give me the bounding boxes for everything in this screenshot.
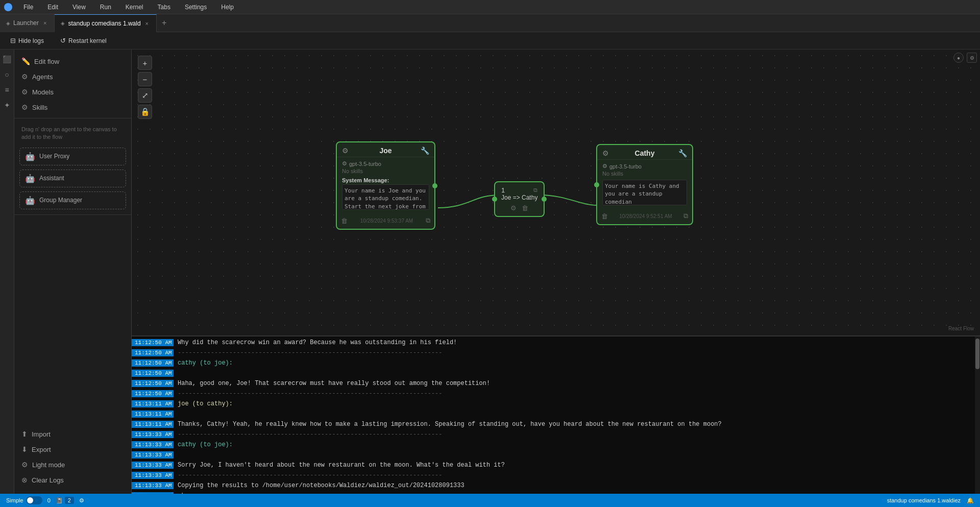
joe-node-body: ⚙ gpt-3.5-turbo No skills System Message… bbox=[337, 157, 434, 214]
canvas-settings-btn[interactable]: ⚙ bbox=[967, 53, 977, 63]
cathy-node-title: Cathy bbox=[635, 149, 655, 157]
drag-hint: Drag n' drop an agent to the canvas to a… bbox=[14, 122, 131, 146]
import-label: Import bbox=[32, 430, 51, 438]
log-line: 11:13:33 AM Sorry Joe, I haven't heard a… bbox=[132, 461, 975, 471]
sidebar-icon-2[interactable]: ○ bbox=[2, 69, 13, 80]
log-line: 11:12:50 AM bbox=[132, 369, 975, 379]
log-line: 11:12:50 AM cathy (to joe): bbox=[132, 359, 975, 369]
export-nav[interactable]: ⬇ Export bbox=[14, 442, 131, 457]
restart-kernel-button[interactable]: ↺ Restart kernel bbox=[56, 35, 111, 46]
edit-flow-nav[interactable]: ✏️ Edit flow bbox=[14, 54, 131, 69]
status-badge: 2 bbox=[65, 497, 74, 504]
log-time: 11:12:50 AM bbox=[132, 349, 174, 356]
edge-node-header: 1 ⧉ bbox=[501, 186, 537, 194]
joe-delete-icon[interactable]: 🗑 bbox=[341, 217, 348, 225]
log-time: 11:13:11 AM bbox=[132, 411, 174, 418]
edge-controls: ⚙ 🗑 bbox=[501, 204, 537, 212]
user-proxy-card[interactable]: 🤖 User Proxy bbox=[19, 148, 126, 165]
top-right-controls: ● ⚙ bbox=[950, 50, 980, 66]
menu-edit[interactable]: Edit bbox=[44, 3, 61, 12]
fit-view-button[interactable]: ⤢ bbox=[138, 88, 152, 103]
log-time: 11:13:33 AM bbox=[132, 482, 174, 489]
zoom-in-button[interactable]: + bbox=[138, 56, 152, 70]
joe-model-label: gpt-3.5-turbo bbox=[349, 161, 381, 167]
models-nav[interactable]: ⚙ Models bbox=[14, 84, 131, 100]
skills-nav[interactable]: ⚙ Skills bbox=[14, 100, 131, 115]
restart-icon: ↺ bbox=[60, 37, 66, 44]
cathy-sys-msg-text[interactable] bbox=[602, 180, 687, 205]
log-time: 11:12:50 AM bbox=[132, 390, 174, 397]
edge-settings-icon[interactable]: ⚙ bbox=[510, 204, 517, 212]
tab-launcher-close[interactable]: × bbox=[42, 19, 48, 27]
log-time: 11:13:33 AM bbox=[132, 431, 174, 438]
settings-icon[interactable]: ⚙ bbox=[79, 497, 84, 504]
zoom-out-button[interactable]: − bbox=[138, 72, 152, 86]
menu-view[interactable]: View bbox=[69, 3, 89, 12]
status-bar: Simple 0 📓 2 ⚙ standup comedians 1.waldi… bbox=[0, 494, 980, 507]
log-text: ok bbox=[178, 492, 185, 494]
joe-copy-icon[interactable]: ⧉ bbox=[426, 216, 430, 225]
left-panel: ✏️ Edit flow ⚙ Agents ⚙ Models ⚙ Skills … bbox=[14, 50, 132, 494]
log-text: ----------------------------------------… bbox=[178, 430, 442, 439]
assistant-label: Assistant bbox=[39, 175, 64, 182]
log-text: ----------------------------------------… bbox=[178, 349, 442, 357]
assistant-card[interactable]: 🤖 Assistant bbox=[19, 170, 126, 187]
skills-icon: ⚙ bbox=[21, 103, 28, 111]
edge-number: 1 bbox=[501, 186, 505, 194]
menu-settings[interactable]: Settings bbox=[182, 3, 210, 12]
cathy-node: ⚙ Cathy 🔧 ⚙ gpt-3.5-turbo No skills 🗑 bbox=[596, 144, 693, 225]
menu-run[interactable]: Run bbox=[97, 3, 114, 12]
menu-file[interactable]: File bbox=[20, 3, 36, 12]
log-time: 11:13:11 AM bbox=[132, 421, 174, 428]
joe-skills: No skills bbox=[342, 168, 429, 174]
log-line: 11:13:33 AM Copying the results to /home… bbox=[132, 481, 975, 492]
agents-nav[interactable]: ⚙ Agents bbox=[14, 69, 131, 84]
light-mode-icon: ⚙ bbox=[21, 461, 28, 469]
edge-delete-icon[interactable]: 🗑 bbox=[522, 204, 528, 212]
log-time: 11:13:33 AM bbox=[132, 462, 174, 469]
divider-1 bbox=[14, 118, 131, 118]
log-line: 11:12:50 AM Why did the scarecrow win an… bbox=[132, 339, 975, 349]
sidebar-icon-4[interactable]: ✦ bbox=[2, 100, 13, 111]
sidebar-icon-1[interactable]: ⬛ bbox=[2, 54, 13, 65]
canvas-area[interactable]: ● ⚙ + − ⤢ 🔒 ⚙ Joe bbox=[132, 50, 980, 335]
toggle-track[interactable] bbox=[26, 496, 42, 504]
log-time: 11:13:33 AM bbox=[132, 472, 174, 479]
menu-tabs[interactable]: Tabs bbox=[155, 3, 174, 12]
clear-logs-nav[interactable]: ⊗ Clear Logs bbox=[14, 472, 131, 488]
joe-model-icon: ⚙ bbox=[342, 160, 347, 167]
cathy-copy-icon[interactable]: ⧉ bbox=[683, 212, 688, 220]
group-manager-card[interactable]: 🤖 Group Manager bbox=[19, 191, 126, 209]
joe-sys-msg-text[interactable] bbox=[342, 184, 429, 210]
import-nav[interactable]: ⬆ Import bbox=[14, 426, 131, 442]
log-area[interactable]: 11:12:50 AM Why did the scarecrow win an… bbox=[132, 335, 980, 494]
clear-logs-icon: ⊗ bbox=[21, 476, 28, 484]
log-scrollbar[interactable] bbox=[975, 336, 980, 494]
user-proxy-icon: 🤖 bbox=[25, 152, 35, 161]
light-mode-nav[interactable]: ⚙ Light mode bbox=[14, 457, 131, 472]
edge-copy-icon[interactable]: ⧉ bbox=[533, 187, 537, 194]
log-text: Why did the scarecrow win an award? Beca… bbox=[178, 339, 457, 347]
simple-toggle[interactable]: Simple bbox=[6, 496, 42, 504]
sidebar-icon-3[interactable]: ≡ bbox=[2, 84, 13, 95]
log-scrollbar-thumb[interactable] bbox=[975, 339, 979, 369]
tab-standup-close[interactable]: × bbox=[144, 20, 150, 27]
tab-standup[interactable]: ◈ standup comedians 1.wald × bbox=[55, 14, 157, 32]
log-time: 11:12:50 AM bbox=[132, 370, 174, 377]
menu-help[interactable]: Help bbox=[218, 3, 237, 12]
cathy-delete-icon[interactable]: 🗑 bbox=[601, 212, 608, 220]
hide-logs-button[interactable]: ⊟ Hide logs bbox=[6, 35, 48, 46]
joe-node-gear-icon[interactable]: 🔧 bbox=[421, 147, 429, 155]
menu-kernel[interactable]: Kernel bbox=[122, 3, 146, 12]
tab-standup-label: standup comedians 1.wald bbox=[68, 20, 140, 27]
log-time: 11:12:50 AM bbox=[132, 339, 174, 346]
lock-button[interactable]: 🔒 bbox=[138, 105, 152, 119]
log-line: 11:13:11 AM joe (to cathy): bbox=[132, 400, 975, 410]
status-left: Simple 0 📓 2 ⚙ bbox=[6, 496, 84, 504]
cathy-node-gear-icon[interactable]: 🔧 bbox=[678, 149, 687, 157]
tab-launcher[interactable]: ◈ Launcher × bbox=[0, 14, 55, 32]
assistant-icon: 🤖 bbox=[25, 174, 35, 183]
canvas-circle-btn[interactable]: ● bbox=[953, 53, 964, 63]
log-line: 11:13:11 AM bbox=[132, 410, 975, 420]
tab-add-button[interactable]: + bbox=[157, 18, 172, 28]
